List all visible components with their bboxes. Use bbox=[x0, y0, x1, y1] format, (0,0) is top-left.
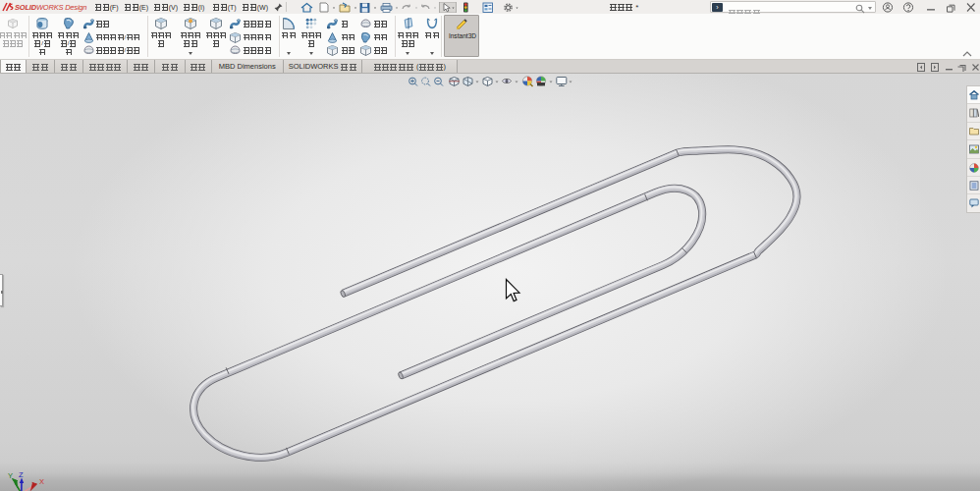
svg-text:Y: Y bbox=[8, 471, 13, 480]
svg-text:Z: Z bbox=[19, 470, 24, 479]
svg-text:X: X bbox=[39, 477, 44, 486]
